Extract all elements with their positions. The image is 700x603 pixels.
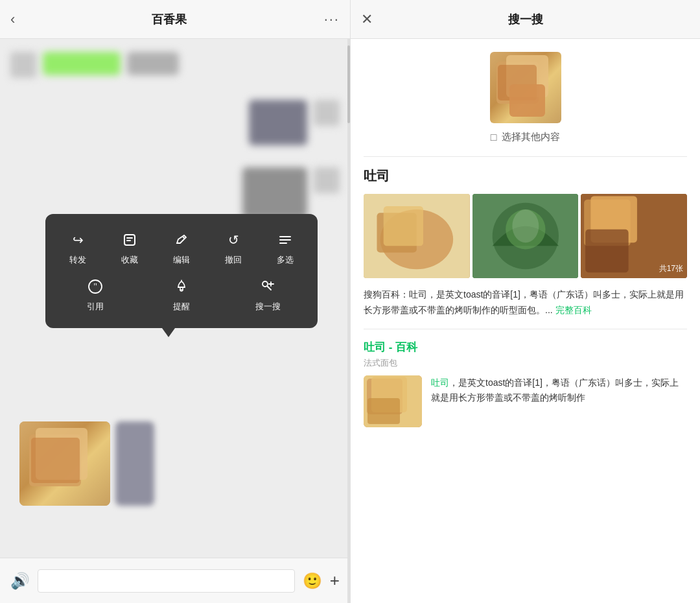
svg-point-28	[512, 209, 539, 242]
right-panel: ✕ 搜一搜 □ 选择其他内容	[350, 0, 700, 603]
chat-row-2	[10, 100, 340, 145]
chat-image-bubble	[242, 167, 307, 219]
select-other-label: 选择其他内容	[502, 131, 560, 143]
multiselect-button[interactable]: 多选	[261, 230, 310, 266]
baike-description: ，是英文toast的音译[1]，粤语（广东话）叫多士，实际上就是用长方形带盖或不…	[431, 377, 679, 403]
bottom-bar: 🔊 🙂 +	[0, 558, 350, 603]
svg-rect-8	[180, 287, 183, 290]
grid-image-3[interactable]: 共17张	[581, 194, 687, 278]
image-count-badge: 共17张	[659, 263, 683, 274]
svg-rect-36	[368, 398, 400, 424]
more-button[interactable]: ···	[324, 11, 340, 28]
emoji-button[interactable]: 🙂	[303, 572, 322, 590]
right-header: ✕ 搜一搜	[351, 0, 700, 39]
collect-label: 收藏	[121, 254, 138, 266]
edit-label: 编辑	[173, 254, 190, 266]
undo-label: 撤回	[225, 254, 242, 266]
multiselect-icon	[275, 230, 296, 250]
avatar	[314, 167, 340, 193]
edit-icon	[171, 230, 192, 250]
chat-image-bubble	[249, 100, 307, 145]
selected-image-box	[490, 52, 561, 123]
search-section-title: 吐司	[364, 167, 687, 185]
close-button[interactable]: ✕	[361, 11, 373, 28]
avatar	[314, 100, 340, 126]
search-one-icon	[257, 276, 278, 297]
selected-image-section: □ 选择其他内容	[364, 52, 687, 143]
voice-button[interactable]: 🔊	[10, 572, 30, 590]
context-menu-row-2: " 引用 提醒	[52, 271, 311, 318]
svg-rect-32	[586, 230, 629, 272]
grid-image-1[interactable]	[364, 194, 470, 278]
baike-title[interactable]: 吐司 - 百科	[364, 340, 687, 355]
search-button[interactable]: 搜一搜	[243, 276, 292, 313]
right-title: 搜一搜	[508, 12, 543, 27]
chat-title: 百香果	[152, 12, 187, 27]
undo-icon: ↺	[223, 230, 244, 250]
collect-button[interactable]: 收藏	[105, 230, 154, 266]
svg-text:": "	[93, 282, 97, 292]
image-grid: 共17张	[364, 194, 687, 278]
undo-button[interactable]: ↺ 撤回	[209, 230, 258, 266]
back-button[interactable]: ‹	[10, 11, 15, 28]
grid-image-visual-2	[472, 194, 579, 278]
left-panel: ‹ 百香果 ···	[0, 0, 350, 603]
quote-icon: "	[85, 276, 106, 297]
collect-icon	[119, 230, 140, 250]
toast-images-area	[19, 421, 154, 506]
context-menu: ↪ 转发 收藏	[45, 214, 318, 328]
baike-term[interactable]: 吐司	[431, 377, 449, 388]
remind-button[interactable]: 提醒	[157, 276, 206, 313]
context-menu-row-1: ↪ 转发 收藏	[52, 224, 311, 271]
quote-button[interactable]: " 引用	[71, 276, 120, 313]
message-input[interactable]	[38, 569, 295, 593]
toast-image-blurred	[115, 421, 154, 506]
toast-visual	[19, 421, 110, 506]
toast-image	[19, 421, 110, 506]
edit-button[interactable]: 编辑	[157, 230, 206, 266]
multiselect-label: 多选	[277, 254, 294, 266]
right-content: □ 选择其他内容 吐司	[351, 39, 700, 603]
svg-rect-2	[126, 240, 131, 241]
svg-line-11	[268, 287, 272, 290]
chat-row-3	[10, 167, 340, 219]
grid-image-visual-1	[364, 194, 470, 278]
search-description: 搜狗百科：吐司，是英文toast的音译[1]，粤语（广东话）叫多士，实际上就是用…	[364, 287, 687, 318]
selected-image-visual	[490, 52, 561, 123]
baike-section: 吐司 - 百科 法式面包 吐司，是英文toast的音译[1]，粤语（广东话）叫多…	[364, 340, 687, 427]
baike-link[interactable]: 完整百科	[555, 305, 592, 315]
forward-button[interactable]: ↪ 转发	[53, 230, 102, 266]
baike-image	[364, 375, 422, 427]
baike-image-visual	[364, 375, 422, 427]
chat-row-1	[10, 52, 340, 78]
select-other-icon: □	[491, 132, 497, 143]
baike-content-row: 吐司，是英文toast的音译[1]，粤语（广东话）叫多士，实际上就是用长方形带盖…	[364, 375, 687, 427]
forward-icon: ↪	[67, 230, 88, 250]
divider-1	[364, 156, 687, 157]
svg-rect-24	[384, 206, 423, 246]
left-header: ‹ 百香果 ···	[0, 0, 350, 39]
baike-subtitle: 法式面包	[364, 357, 687, 369]
remind-label: 提醒	[173, 301, 190, 313]
chat-bubble	[43, 52, 121, 75]
avatar	[10, 52, 36, 78]
chat-area: ↪ 转发 收藏	[0, 39, 350, 558]
select-other-row[interactable]: □ 选择其他内容	[491, 131, 561, 143]
chat-bubble	[127, 52, 179, 75]
grid-image-2[interactable]	[472, 194, 579, 278]
svg-rect-1	[126, 237, 133, 239]
baike-text: 吐司，是英文toast的音译[1]，粤语（广东话）叫多士，实际上就是用长方形带盖…	[431, 375, 687, 427]
svg-rect-20	[509, 84, 545, 117]
svg-rect-16	[31, 438, 80, 483]
quote-label: 引用	[87, 301, 104, 313]
add-button[interactable]: +	[330, 571, 340, 591]
divider-2	[364, 329, 687, 329]
search-section: 吐司	[364, 167, 687, 318]
forward-label: 转发	[69, 254, 86, 266]
search-one-label: 搜一搜	[255, 301, 281, 313]
remind-icon	[171, 276, 192, 297]
